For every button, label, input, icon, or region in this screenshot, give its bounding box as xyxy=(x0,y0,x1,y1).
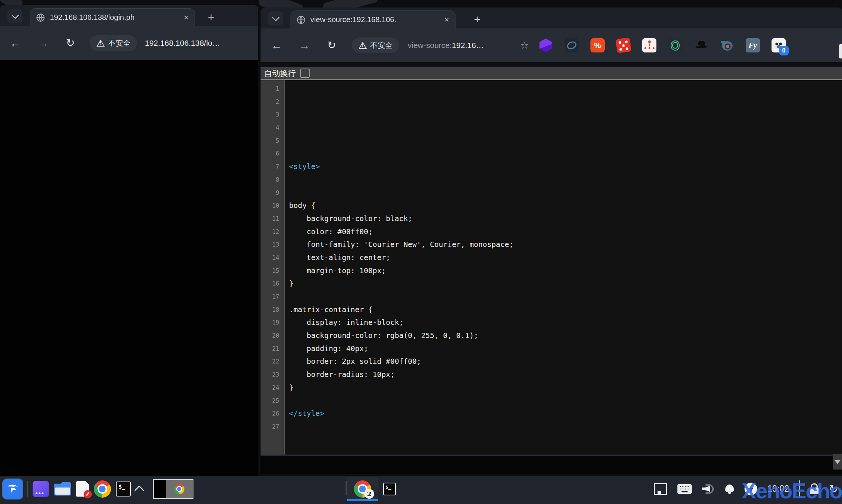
line-number: 8 xyxy=(261,173,284,187)
line-code xyxy=(284,82,289,96)
line-code: color: #00ff00; xyxy=(284,226,373,239)
workspace-switcher[interactable] xyxy=(153,479,193,499)
new-tab-button[interactable]: + xyxy=(204,10,218,24)
line-number: 12 xyxy=(261,226,284,239)
ext-orange-tools-icon[interactable]: % xyxy=(590,38,605,52)
power-manager-icon[interactable] xyxy=(745,483,757,495)
reload-button[interactable]: ↻ xyxy=(66,38,75,48)
forward-button[interactable]: → xyxy=(299,40,310,51)
tab-login-page[interactable]: 192.168.106.138/login.ph × xyxy=(30,8,195,26)
line-code xyxy=(284,121,289,135)
line-wrap-checkbox[interactable] xyxy=(300,69,310,78)
line-code: display: inline-block; xyxy=(284,316,403,329)
ext-red-dice-icon[interactable] xyxy=(616,37,631,53)
reload-button[interactable]: ↻ xyxy=(327,40,336,51)
tab-view-source[interactable]: view-source:192.168.106. × xyxy=(291,10,455,28)
tab-search-button[interactable] xyxy=(7,9,22,23)
source-line: 18 .matrix-container { xyxy=(261,304,842,317)
chevron-down-icon xyxy=(271,13,279,21)
source-line: 20 background-color: rgba(0, 255, 0, 0.1… xyxy=(261,329,842,342)
app-launcher-icon[interactable] xyxy=(33,481,49,497)
chrome-launcher-icon[interactable] xyxy=(94,480,111,498)
source-line: 3 xyxy=(261,108,842,121)
line-number: 10 xyxy=(261,199,284,212)
close-tab-icon[interactable]: × xyxy=(443,15,451,25)
workspace-window-dark[interactable] xyxy=(154,480,166,498)
line-number: 18 xyxy=(261,304,284,317)
line-code: text-align: center; xyxy=(284,251,390,265)
toolbar: ← → ↻ 不安全 192.168.106.138/lo… xyxy=(0,26,258,60)
source-line: 19 display: inline-block; xyxy=(261,316,842,329)
line-number: 7 xyxy=(261,160,284,173)
source-line: 5 xyxy=(261,135,842,148)
source-line: 24 } xyxy=(261,381,842,395)
ext-green-rings-icon[interactable] xyxy=(668,38,682,52)
chevron-up-icon[interactable] xyxy=(134,485,144,495)
line-number: 16 xyxy=(261,277,284,290)
bookmark-star-icon[interactable]: ☆ xyxy=(520,40,529,51)
tray-separator xyxy=(799,480,800,498)
line-code xyxy=(284,135,289,148)
address-bar[interactable]: view-source:192.16… xyxy=(408,41,517,50)
tab-search-button[interactable] xyxy=(268,11,283,25)
system-tray: 19:02 ↻ xyxy=(654,477,838,501)
source-line: 14 text-align: center; xyxy=(261,251,842,265)
chrome-task-button[interactable]: 2 xyxy=(347,477,378,501)
address-bar[interactable]: 192.168.106.138/lo… xyxy=(145,39,258,48)
ext-purple-gem-icon[interactable] xyxy=(539,38,553,52)
taskbar-separator xyxy=(27,481,28,497)
file-manager-icon[interactable] xyxy=(54,482,71,496)
tab-strip: 192.168.106.138/login.ph × + xyxy=(0,5,258,26)
scrollbar-down-arrow[interactable] xyxy=(833,454,842,470)
desktop: 192.168.106.138/login.ph × + ← → ↻ 不安全 1… xyxy=(0,0,842,504)
source-line: 16 } xyxy=(261,277,842,290)
warning-icon xyxy=(96,40,105,47)
line-wrap-label: 自动换行 xyxy=(264,68,296,79)
ext-sitemap-icon[interactable] xyxy=(642,38,656,52)
line-code: } xyxy=(284,277,294,290)
notifications-bell-icon[interactable] xyxy=(725,484,734,494)
line-code: border: 2px solid #00ff00; xyxy=(284,355,421,368)
keyboard-icon[interactable] xyxy=(677,484,692,494)
browser-window-viewsource: view-source:192.168.106. × + ← → ↻ 不安全 v… xyxy=(261,7,842,474)
ext-black-hat-icon[interactable] xyxy=(694,38,708,52)
lock-icon[interactable] xyxy=(810,488,819,494)
line-number: 6 xyxy=(261,147,284,160)
ext-cutoff-icon[interactable] xyxy=(839,44,842,58)
line-code: background-color: rgba(0, 255, 0, 0.1); xyxy=(284,329,478,342)
line-code xyxy=(284,147,289,160)
extension-badge: 0 xyxy=(779,46,789,55)
source-line: 9 xyxy=(261,187,842,200)
line-code: background-color: black; xyxy=(284,212,412,226)
line-code xyxy=(284,420,289,434)
network-icon[interactable] xyxy=(654,483,667,495)
kali-menu-button[interactable] xyxy=(3,479,22,499)
ext-eye-swirl-icon[interactable] xyxy=(565,38,579,52)
line-number: 1 xyxy=(261,82,284,96)
back-button[interactable]: ← xyxy=(10,37,21,49)
ext-teal-eye-icon[interactable] xyxy=(720,38,734,52)
back-button[interactable]: ← xyxy=(271,40,282,51)
terminal-task-button[interactable]: $_ xyxy=(383,483,396,495)
workspace-window-chrome[interactable] xyxy=(166,480,193,498)
tab-title: 192.168.106.138/login.ph xyxy=(50,13,182,22)
ext-panda-icon[interactable]: 0 xyxy=(772,38,786,52)
clock[interactable]: 19:02 xyxy=(767,484,789,494)
session-restart-icon[interactable]: ↻ xyxy=(829,483,838,495)
chevron-down-icon xyxy=(11,11,19,19)
site-security-chip[interactable]: 不安全 xyxy=(90,35,137,51)
volume-icon[interactable] xyxy=(702,483,715,495)
forward-button[interactable]: → xyxy=(37,37,49,49)
source-line: 21 padding: 40px; xyxy=(261,342,842,356)
site-security-chip[interactable]: 不安全 xyxy=(352,37,399,53)
new-tab-button[interactable]: + xyxy=(470,13,484,26)
ext-foxyproxy-icon[interactable]: Fy xyxy=(746,38,760,52)
line-number: 13 xyxy=(261,238,284,251)
line-code: <style> xyxy=(284,160,320,173)
close-tab-icon[interactable]: × xyxy=(182,13,190,22)
line-number: 14 xyxy=(261,251,284,265)
source-line: 23 border-radius: 10px; xyxy=(261,368,842,381)
source-line: 22 border: 2px solid #00ff00; xyxy=(261,355,842,368)
line-number: 22 xyxy=(261,355,284,368)
terminal-launcher-icon[interactable]: $_ xyxy=(116,482,131,497)
